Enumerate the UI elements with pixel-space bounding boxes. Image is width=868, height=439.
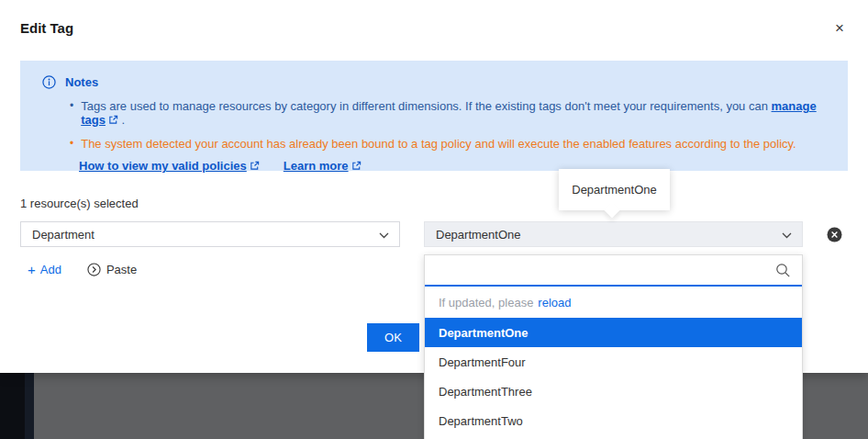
edit-tag-screen: Edit Tag × Notes • Tags are used to mana… bbox=[0, 0, 868, 439]
tag-value-dropdown: If updated, please reload DepartmentOne … bbox=[424, 254, 803, 439]
background-sidebar-edge bbox=[25, 373, 34, 439]
hint-text: If updated, please bbox=[439, 296, 533, 310]
dropdown-option-departmentthree[interactable]: DepartmentThree bbox=[425, 377, 802, 406]
notes-bullet-2-text: The system detected your account has alr… bbox=[81, 137, 796, 151]
paste-button[interactable]: Paste bbox=[87, 263, 137, 276]
dropdown-search-input[interactable] bbox=[425, 255, 802, 285]
external-link-icon bbox=[351, 161, 362, 171]
dropdown-option-departmentone[interactable]: DepartmentOne bbox=[425, 318, 802, 347]
dropdown-refresh-hint: If updated, please reload bbox=[425, 287, 802, 318]
tooltip-text: DepartmentOne bbox=[572, 183, 657, 197]
ok-button[interactable]: OK bbox=[367, 323, 419, 352]
notes-bullet-1-text: Tags are used to manage resources by cat… bbox=[81, 99, 768, 113]
notes-bullet-1: • Tags are used to manage resources by c… bbox=[70, 99, 826, 127]
notes-title: Notes bbox=[65, 75, 98, 89]
tag-key-value: Department bbox=[32, 228, 95, 242]
add-button[interactable]: + Add bbox=[28, 263, 61, 276]
value-tooltip: DepartmentOne bbox=[559, 169, 670, 210]
tag-key-select[interactable]: Department bbox=[20, 221, 400, 247]
close-icon[interactable]: × bbox=[831, 20, 848, 37]
plus-icon: + bbox=[28, 264, 36, 276]
chevron-down-icon bbox=[782, 232, 792, 239]
notes-bullet-2: • The system detected your account has a… bbox=[70, 137, 826, 151]
search-icon[interactable] bbox=[775, 263, 791, 278]
resources-selected-label: 1 resource(s) selected bbox=[20, 197, 139, 210]
background-sidebar bbox=[0, 373, 25, 439]
info-icon bbox=[42, 75, 56, 89]
dropdown-option-departmenttwo[interactable]: DepartmentTwo bbox=[425, 406, 802, 435]
tag-value-select[interactable]: DepartmentOne bbox=[424, 221, 803, 247]
remove-row-icon[interactable] bbox=[827, 227, 842, 242]
paste-label: Paste bbox=[106, 263, 137, 276]
dropdown-option-departmentfour[interactable]: DepartmentFour bbox=[425, 347, 802, 377]
external-link-icon bbox=[108, 115, 118, 125]
paste-icon bbox=[87, 263, 101, 276]
dialog-title: Edit Tag bbox=[20, 20, 73, 36]
reload-link[interactable]: reload bbox=[538, 296, 571, 310]
notes-alert: Notes • Tags are used to manage resource… bbox=[20, 61, 848, 171]
notes-bullet-1-suffix: . bbox=[122, 113, 126, 127]
valid-policies-link[interactable]: How to view my valid policies bbox=[79, 159, 247, 173]
add-label: Add bbox=[40, 263, 61, 276]
dropdown-search-row bbox=[425, 255, 802, 287]
tag-value-value: DepartmentOne bbox=[436, 228, 521, 242]
learn-more-link[interactable]: Learn more bbox=[284, 159, 349, 173]
chevron-down-icon bbox=[379, 232, 389, 239]
external-link-icon bbox=[250, 161, 260, 171]
